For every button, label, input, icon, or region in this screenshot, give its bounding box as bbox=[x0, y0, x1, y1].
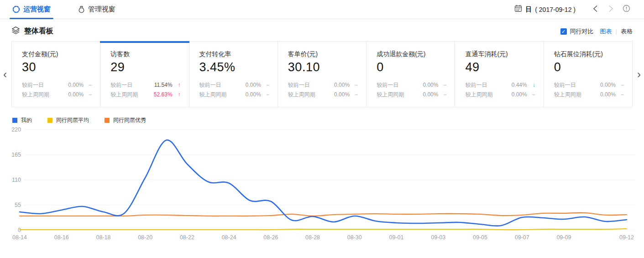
metric-label: 支付金额(元) bbox=[22, 50, 92, 58]
metric-card-6[interactable]: 钻石展位消耗(元)0较前一日0.00%–较上周同期0.00%– bbox=[544, 42, 632, 107]
metric-value: 30 bbox=[22, 60, 92, 74]
peer-compare-label: 同行对比 bbox=[570, 27, 594, 36]
compare-value: 0.00% bbox=[512, 90, 527, 100]
compare-label: 较前一日 bbox=[22, 80, 44, 90]
legend-item-0[interactable]: 我的 bbox=[12, 116, 32, 124]
shield-circle-icon bbox=[12, 5, 20, 13]
metric-card-4[interactable]: 成功退款金额(元)0较前一日0.00%–较上周同期0.00%– bbox=[367, 42, 455, 107]
compare-value: 0.00% bbox=[423, 90, 438, 100]
metric-compare-row: 较前一日0.00%– bbox=[22, 80, 92, 90]
y-tick-label: 220 bbox=[11, 126, 21, 133]
date-picker[interactable]: 日 ( 2017-09-12 ) bbox=[514, 5, 576, 14]
trend-flat-icon: – bbox=[616, 90, 624, 100]
view-chart-link[interactable]: 图表 bbox=[600, 27, 612, 36]
compare-value: 0.00% bbox=[68, 90, 84, 100]
cards-next-button[interactable]: › bbox=[634, 68, 644, 81]
metric-value: 3.45% bbox=[199, 60, 269, 74]
x-tick-label: 09-09 bbox=[556, 234, 571, 241]
x-tick-label: 09-07 bbox=[515, 234, 529, 241]
metric-compare-row: 较上周同期0.00%– bbox=[554, 90, 624, 100]
compare-label: 较上周同期 bbox=[377, 90, 404, 100]
metric-value: 49 bbox=[465, 60, 535, 74]
y-tick-label: 165 bbox=[11, 152, 21, 158]
compare-value: 0.00% bbox=[68, 80, 84, 90]
metric-value: 0 bbox=[377, 60, 446, 74]
date-prev-button[interactable] bbox=[587, 5, 603, 14]
compare-label: 较前一日 bbox=[199, 80, 221, 90]
x-tick-label: 09-03 bbox=[431, 234, 445, 241]
metric-card-5[interactable]: 直通车消耗(元)49较前一日0.44%↓较上周同期0.00%– bbox=[455, 42, 544, 107]
x-tick-label: 08-14 bbox=[12, 234, 27, 241]
metric-card-3[interactable]: 客单价(元)30.10较前一日0.00%–较上周同期0.00%– bbox=[278, 42, 367, 107]
compare-label: 较前一日 bbox=[465, 80, 487, 90]
x-tick-label: 08-18 bbox=[96, 234, 110, 241]
x-tick-label: 09-05 bbox=[473, 234, 487, 241]
compare-value: 0.44% bbox=[512, 80, 527, 90]
legend-item-1[interactable]: 同行同层平均 bbox=[47, 116, 89, 124]
trend-flat-icon: – bbox=[261, 90, 269, 100]
compare-label: 较前一日 bbox=[377, 80, 398, 90]
metric-compare-row: 较上周同期0.00%– bbox=[288, 90, 358, 100]
page-title: 整体看板 bbox=[24, 26, 53, 36]
board-title-group: 整体看板 bbox=[11, 26, 53, 37]
compare-value: 0.00% bbox=[246, 80, 261, 90]
legend-item-2[interactable]: 同行同层优秀 bbox=[105, 116, 146, 124]
compare-value: 11.54% bbox=[154, 80, 173, 90]
layers-icon bbox=[11, 26, 20, 37]
metric-compare-row: 较前一日0.00%– bbox=[377, 80, 446, 90]
trend-flat-icon: – bbox=[438, 90, 446, 100]
board-tools: ✓ 同行对比 图表 | 表格 bbox=[560, 27, 633, 36]
compare-value: 0.00% bbox=[246, 90, 261, 100]
metric-label: 直通车消耗(元) bbox=[465, 50, 535, 58]
metric-label: 钻石展位消耗(元) bbox=[554, 50, 624, 58]
trend-flat-icon: – bbox=[261, 80, 269, 90]
compare-value: 0.00% bbox=[600, 80, 616, 90]
compare-label: 较上周同期 bbox=[465, 90, 492, 100]
series-line-1 bbox=[20, 229, 627, 230]
y-tick-label: 110 bbox=[12, 177, 21, 183]
y-tick-label: 55 bbox=[15, 202, 21, 208]
trend-flat-icon: – bbox=[438, 80, 446, 90]
legend-swatch-icon bbox=[47, 118, 52, 123]
checkbox-check-icon: ✓ bbox=[560, 28, 567, 35]
x-tick-label: 08-20 bbox=[138, 234, 152, 241]
date-granularity: 日 bbox=[525, 5, 532, 14]
peer-compare-checkbox[interactable]: ✓ 同行对比 bbox=[560, 27, 594, 36]
metric-value: 30.10 bbox=[288, 60, 358, 74]
x-tick-label: 08-16 bbox=[54, 234, 69, 241]
date-next-button[interactable] bbox=[603, 5, 618, 14]
metric-compare-row: 较上周同期0.00%– bbox=[199, 90, 269, 100]
trend-flat-icon: – bbox=[350, 80, 358, 90]
info-icon[interactable] bbox=[618, 5, 634, 14]
tab-management-view[interactable]: 管理视窗 bbox=[77, 0, 116, 19]
metric-card-0[interactable]: 支付金额(元)30较前一日0.00%–较上周同期0.00%– bbox=[12, 42, 100, 107]
tab-label: 管理视窗 bbox=[88, 5, 115, 14]
metric-label: 客单价(元) bbox=[288, 50, 358, 58]
metric-compare-row: 较上周同期0.00%– bbox=[377, 90, 446, 100]
metric-value: 0 bbox=[554, 60, 624, 74]
cards-prev-button[interactable]: ‹ bbox=[0, 68, 10, 81]
compare-label: 较上周同期 bbox=[199, 90, 227, 100]
metric-compare-row: 较前一日0.00%– bbox=[554, 80, 624, 90]
trend-line-chart: 05511016522008-1408-1608-1808-2008-2208-… bbox=[0, 126, 644, 244]
compare-label: 较前一日 bbox=[554, 80, 576, 90]
dashboard-page: 运营视窗管理视窗 日 ( 2017-09-12 ) bbox=[0, 0, 644, 258]
compare-value: 0.00% bbox=[334, 90, 350, 100]
compare-label: 较上周同期 bbox=[554, 90, 581, 100]
metric-card-2[interactable]: 支付转化率3.45%较前一日0.00%–较上周同期0.00%– bbox=[189, 42, 278, 107]
view-switch-divider: | bbox=[616, 28, 617, 35]
legend-label: 同行同层平均 bbox=[56, 116, 89, 124]
tab-operations-view[interactable]: 运营视窗 bbox=[11, 0, 52, 19]
legend-label: 同行同层优秀 bbox=[113, 116, 146, 124]
compare-value: 0.00% bbox=[423, 80, 438, 90]
metric-card-1[interactable]: 访客数29较前一日11.54%↑较上周同期52.63%↑ bbox=[100, 42, 189, 107]
x-tick-label: 08-30 bbox=[347, 234, 362, 241]
view-table-link[interactable]: 表格 bbox=[621, 27, 633, 36]
trend-up-icon: ↑ bbox=[173, 80, 181, 90]
legend-label: 我的 bbox=[21, 116, 32, 124]
calendar-icon bbox=[514, 5, 522, 14]
metric-compare-row: 较前一日0.44%↓ bbox=[465, 80, 535, 90]
metric-compare-row: 较前一日0.00%– bbox=[288, 80, 358, 90]
topbar-right: 日 ( 2017-09-12 ) bbox=[514, 5, 634, 14]
metric-label: 访客数 bbox=[110, 50, 180, 58]
